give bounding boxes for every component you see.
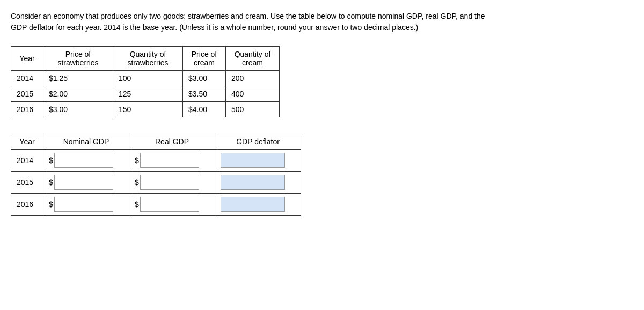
- real-gdp-input-2015[interactable]: [140, 175, 199, 190]
- nominal-gdp-cell-2016: $: [43, 194, 129, 216]
- nominal-gdp-input-2015[interactable]: [54, 175, 113, 190]
- qty-cream-2014: 200: [226, 71, 280, 86]
- real-gdp-cell-2016: $: [129, 194, 215, 216]
- calc-year-2014: 2014: [11, 150, 43, 172]
- dollar-sign-real-2016: $: [135, 200, 139, 209]
- gdp-deflator-input-2014[interactable]: [221, 153, 285, 168]
- col-header-qty-cream: Quantity of cream: [226, 47, 280, 71]
- calc-table: Year Nominal GDP Real GDP GDP deflator 2…: [11, 134, 301, 216]
- calc-col-header-year: Year: [11, 134, 43, 150]
- calc-row-2016: 2016 $ $: [11, 194, 301, 216]
- gdp-deflator-input-2016[interactable]: [221, 197, 285, 212]
- col-header-price-cream: Price of cream: [183, 47, 226, 71]
- real-gdp-cell-2015: $: [129, 172, 215, 194]
- dollar-sign-nominal-2015: $: [49, 178, 53, 187]
- nominal-gdp-input-2016[interactable]: [54, 197, 113, 212]
- dollar-sign-real-2015: $: [135, 178, 139, 187]
- dollar-sign-nominal-2016: $: [49, 200, 53, 209]
- gdp-deflator-input-2015[interactable]: [221, 175, 285, 190]
- price-cream-2016: $4.00: [183, 102, 226, 117]
- data-table: Year Price of strawberries Quantity of s…: [11, 46, 280, 117]
- dollar-sign-nominal-2014: $: [49, 156, 53, 165]
- data-row-2016: 2016 $3.00 150 $4.00 500: [11, 102, 280, 117]
- year-2016: 2016: [11, 102, 43, 117]
- real-gdp-input-2014[interactable]: [140, 153, 199, 168]
- calc-row-2014: 2014 $ $: [11, 150, 301, 172]
- gdp-deflator-cell-2015: [215, 172, 301, 194]
- qty-straw-2014: 100: [113, 71, 183, 86]
- calc-year-2015: 2015: [11, 172, 43, 194]
- qty-cream-2015: 400: [226, 86, 280, 102]
- calc-table-wrapper: Year Nominal GDP Real GDP GDP deflator 2…: [11, 134, 633, 216]
- col-header-price-strawberries: Price of strawberries: [43, 47, 113, 71]
- intro-paragraph: Consider an economy that produces only t…: [11, 11, 494, 33]
- price-straw-2014: $1.25: [43, 71, 113, 86]
- real-gdp-input-2016[interactable]: [140, 197, 199, 212]
- data-table-wrapper: Year Price of strawberries Quantity of s…: [11, 46, 633, 117]
- real-gdp-cell-2014: $: [129, 150, 215, 172]
- data-row-2015: 2015 $2.00 125 $3.50 400: [11, 86, 280, 102]
- calc-col-header-nominal-gdp: Nominal GDP: [43, 134, 129, 150]
- dollar-sign-real-2014: $: [135, 156, 139, 165]
- nominal-gdp-cell-2014: $: [43, 150, 129, 172]
- qty-straw-2015: 125: [113, 86, 183, 102]
- qty-straw-2016: 150: [113, 102, 183, 117]
- gdp-deflator-cell-2014: [215, 150, 301, 172]
- price-straw-2016: $3.00: [43, 102, 113, 117]
- calc-col-header-gdp-deflator: GDP deflator: [215, 134, 301, 150]
- price-cream-2015: $3.50: [183, 86, 226, 102]
- nominal-gdp-cell-2015: $: [43, 172, 129, 194]
- price-cream-2014: $3.00: [183, 71, 226, 86]
- data-row-2014: 2014 $1.25 100 $3.00 200: [11, 71, 280, 86]
- gdp-deflator-cell-2016: [215, 194, 301, 216]
- year-2014: 2014: [11, 71, 43, 86]
- year-2015: 2015: [11, 86, 43, 102]
- calc-col-header-real-gdp: Real GDP: [129, 134, 215, 150]
- nominal-gdp-input-2014[interactable]: [54, 153, 113, 168]
- calc-row-2015: 2015 $ $: [11, 172, 301, 194]
- calc-year-2016: 2016: [11, 194, 43, 216]
- col-header-qty-strawberries: Quantity of strawberries: [113, 47, 183, 71]
- qty-cream-2016: 500: [226, 102, 280, 117]
- col-header-year: Year: [11, 47, 43, 71]
- price-straw-2015: $2.00: [43, 86, 113, 102]
